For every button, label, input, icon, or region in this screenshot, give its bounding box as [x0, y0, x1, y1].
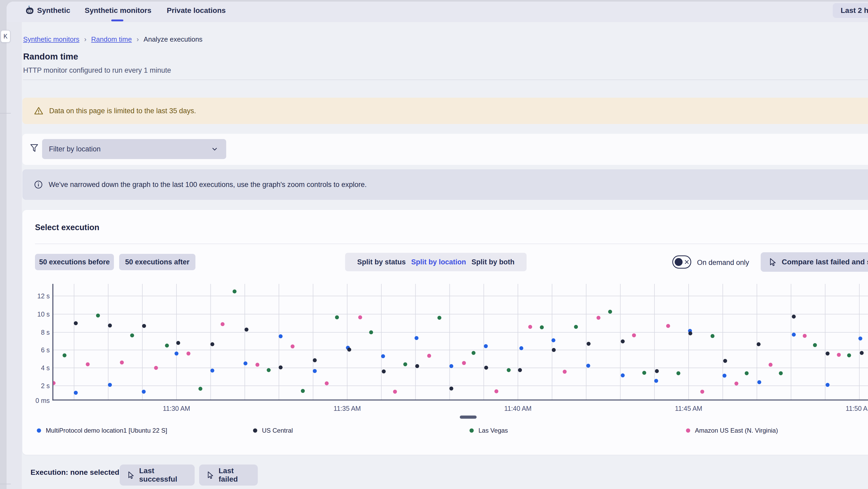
execution-dot[interactable]	[813, 343, 817, 347]
execution-dot[interactable]	[176, 341, 180, 345]
execution-dot[interactable]	[826, 383, 830, 387]
execution-dot[interactable]	[596, 316, 600, 320]
execution-dot[interactable]	[142, 324, 146, 328]
execution-dot[interactable]	[723, 359, 727, 363]
execution-dot[interactable]	[74, 391, 78, 395]
execution-dot[interactable]	[210, 369, 214, 373]
execution-dot[interactable]	[552, 338, 556, 342]
execution-dot[interactable]	[313, 369, 317, 373]
execution-dot[interactable]	[165, 344, 169, 348]
compare-last-failed-button[interactable]: Compare last failed and su	[761, 252, 868, 272]
execution-dot[interactable]	[847, 353, 851, 357]
execution-dot[interactable]	[518, 368, 522, 372]
execution-dot[interactable]	[507, 368, 511, 372]
execution-dot[interactable]	[381, 354, 385, 358]
execution-dot[interactable]	[393, 390, 397, 394]
execution-dot[interactable]	[757, 380, 761, 384]
executions-scatter-chart[interactable]: 0 ms2 s4 s6 s8 s10 s12 s11:30 AM11:35 AM…	[24, 283, 868, 421]
execution-dot[interactable]	[427, 354, 431, 358]
execution-dot[interactable]	[654, 379, 658, 383]
split-by-both-tab[interactable]: Split by both	[472, 258, 515, 266]
execution-dot[interactable]	[495, 390, 498, 394]
execution-dot[interactable]	[563, 370, 566, 374]
tab-private-locations[interactable]: Private locations	[167, 6, 226, 15]
execution-dot[interactable]	[769, 363, 773, 367]
execution-dot[interactable]	[552, 348, 556, 352]
execution-dot[interactable]	[175, 351, 179, 355]
executions-after-button[interactable]: 50 executions after	[119, 254, 195, 270]
execution-dot[interactable]	[621, 373, 625, 377]
execution-dot[interactable]	[414, 336, 418, 340]
execution-dot[interactable]	[301, 389, 305, 393]
execution-dot[interactable]	[120, 361, 124, 365]
execution-dot[interactable]	[757, 342, 761, 346]
legend-item[interactable]: MultiProtocol demo location1 [Ubuntu 22 …	[37, 427, 167, 434]
execution-dot[interactable]	[621, 339, 625, 343]
filter-by-location-select[interactable]: Filter by location	[42, 139, 226, 159]
execution-dot[interactable]	[403, 362, 407, 366]
execution-dot[interactable]	[369, 330, 373, 335]
execution-dot[interactable]	[255, 363, 259, 367]
execution-dot[interactable]	[335, 315, 339, 319]
execution-dot[interactable]	[688, 332, 692, 336]
executions-before-button[interactable]: 50 executions before	[35, 254, 114, 270]
execution-dot[interactable]	[108, 383, 112, 387]
legend-item[interactable]: Las Vegas	[469, 427, 508, 434]
execution-dot[interactable]	[472, 351, 475, 355]
execution-dot[interactable]	[198, 387, 202, 391]
execution-dot[interactable]	[632, 334, 636, 337]
execution-dot[interactable]	[608, 310, 612, 314]
execution-dot[interactable]	[700, 390, 704, 394]
execution-dot[interactable]	[677, 371, 680, 375]
execution-dot[interactable]	[154, 366, 158, 370]
breadcrumb-synthetic-monitors[interactable]: Synthetic monitors	[23, 35, 80, 44]
execution-dot[interactable]	[221, 322, 225, 326]
execution-dot[interactable]	[358, 315, 362, 319]
tab-synthetic-monitors[interactable]: Synthetic monitors	[85, 6, 152, 15]
execution-dot[interactable]	[710, 334, 714, 338]
execution-dot[interactable]	[826, 351, 830, 355]
split-by-status-tab[interactable]: Split by status	[357, 258, 406, 266]
execution-dot[interactable]	[186, 351, 190, 355]
execution-dot[interactable]	[267, 368, 271, 372]
last-failed-button[interactable]: Last failed	[199, 464, 258, 486]
execution-dot[interactable]	[858, 337, 862, 341]
sidebar-badge[interactable]: K	[1, 30, 10, 42]
execution-dot[interactable]	[745, 371, 749, 375]
execution-dot[interactable]	[484, 366, 488, 370]
execution-dot[interactable]	[666, 324, 670, 328]
execution-dot[interactable]	[586, 364, 590, 368]
execution-dot[interactable]	[325, 381, 329, 385]
execution-dot[interactable]	[437, 316, 441, 320]
execution-dot[interactable]	[74, 321, 78, 325]
execution-dot[interactable]	[837, 353, 841, 357]
chart-pan-handle[interactable]	[460, 415, 476, 419]
execution-dot[interactable]	[734, 381, 738, 385]
execution-dot[interactable]	[210, 342, 214, 346]
execution-dot[interactable]	[540, 325, 544, 329]
execution-dot[interactable]	[779, 371, 783, 375]
breadcrumb-random-time[interactable]: Random time	[91, 35, 132, 44]
execution-dot[interactable]	[860, 351, 864, 355]
on-demand-toggle[interactable]	[672, 255, 691, 268]
execution-dot[interactable]	[528, 325, 532, 329]
execution-dot[interactable]	[96, 314, 100, 318]
last-successful-button[interactable]: Last successful	[120, 464, 195, 486]
execution-dot[interactable]	[520, 346, 523, 350]
timeframe-button[interactable]: Last 2 hou	[833, 3, 868, 18]
execution-dot[interactable]	[792, 315, 796, 319]
execution-dot[interactable]	[63, 353, 66, 357]
execution-dot[interactable]	[484, 344, 488, 348]
execution-dot[interactable]	[462, 361, 466, 365]
execution-dot[interactable]	[232, 289, 237, 293]
execution-dot[interactable]	[642, 371, 646, 375]
execution-dot[interactable]	[52, 381, 56, 385]
execution-dot[interactable]	[279, 366, 282, 370]
execution-dot[interactable]	[130, 334, 134, 337]
execution-dot[interactable]	[142, 390, 146, 394]
execution-dot[interactable]	[313, 358, 317, 362]
execution-dot[interactable]	[244, 362, 248, 366]
execution-dot[interactable]	[291, 344, 294, 348]
execution-dot[interactable]	[587, 342, 590, 346]
execution-dot[interactable]	[722, 374, 726, 378]
